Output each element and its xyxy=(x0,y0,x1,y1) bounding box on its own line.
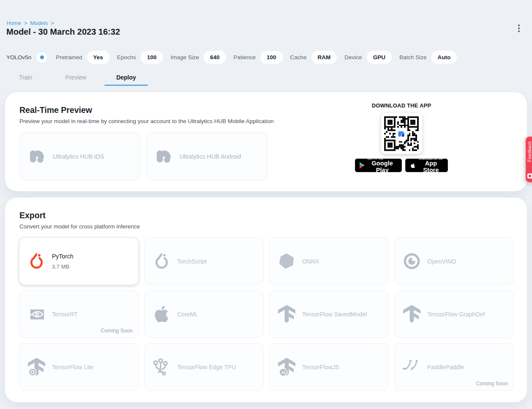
edgetpu-icon xyxy=(152,357,172,377)
export-format-openvino[interactable]: OpenVINO xyxy=(394,237,514,285)
param-label: Epochs xyxy=(117,54,136,60)
export-format-paddlepaddle: PaddlePaddleComing Soon xyxy=(394,343,514,391)
kebab-menu-icon[interactable] xyxy=(514,22,524,34)
param-value-pill: RAM xyxy=(311,51,337,64)
tabs: TrainPreviewDeploy xyxy=(4,70,148,86)
ultralytics-logo-icon xyxy=(396,128,407,139)
breadcrumb-separator: > xyxy=(24,20,27,26)
google-play-badge[interactable]: GET IT ON Google Play xyxy=(355,159,402,172)
tflite-icon xyxy=(27,357,46,377)
apple-icon xyxy=(410,162,416,169)
export-format-text: CoreML xyxy=(177,311,198,318)
export-format-name: OpenVINO xyxy=(427,258,456,265)
breadcrumb-home-link[interactable]: Home xyxy=(6,20,21,26)
export-format-name: TensorFlow Lite xyxy=(52,364,93,371)
param-label: Batch Size xyxy=(399,54,427,60)
ultralytics-logo-icon xyxy=(27,146,47,167)
model-name: YOLOv5n xyxy=(6,54,31,60)
export-format-name: PaddlePaddle xyxy=(427,364,464,371)
model-selected-radio-icon xyxy=(35,51,48,64)
deploy-page: Home > Models > Model - 30 March 2023 16… xyxy=(0,0,532,409)
export-format-name: TensorFlowJS xyxy=(302,364,339,371)
export-title: Export xyxy=(19,211,140,220)
badge-line2: App Store xyxy=(419,160,443,173)
export-format-name: TensorFlow Edge TPU xyxy=(177,364,236,371)
export-format-name: ONNX xyxy=(302,258,319,265)
param-label: Pretrained xyxy=(56,54,82,60)
export-format-tensorflow-edge-tpu[interactable]: TensorFlow Edge TPU xyxy=(144,343,264,391)
param-label: Device xyxy=(344,54,362,60)
export-format-text: TensorFlow Edge TPU xyxy=(177,364,236,371)
apple-icon xyxy=(152,304,172,324)
app-button-ultralytics-hub-ios[interactable]: Ultralytics HUB iOS xyxy=(19,132,141,180)
export-subtitle: Convert your model for cross platform in… xyxy=(19,223,140,230)
tab-preview[interactable]: Preview xyxy=(54,70,98,86)
config-param-patience: Patience100 xyxy=(234,51,283,64)
export-grid: PyTorch3.7 MBTorchScriptONNXOpenVINOTens… xyxy=(19,237,514,391)
export-format-text: OpenVINO xyxy=(427,258,456,265)
export-format-text: TensorFlow SavedModel xyxy=(302,311,367,318)
app-button-label: Ultralytics HUB Android xyxy=(180,153,241,160)
export-format-name: CoreML xyxy=(177,311,198,318)
param-label: Image Size xyxy=(170,54,199,60)
badge-line2: Google Play xyxy=(368,160,397,173)
export-format-name: TensorFlow GraphDef xyxy=(427,311,485,318)
download-the-app: DOWNLOAD THE APP GET IT ON Google Play xyxy=(355,102,448,172)
export-format-torchscript[interactable]: TorchScript xyxy=(144,237,264,285)
export-format-text: PaddlePaddle xyxy=(427,364,464,371)
paddle-icon xyxy=(402,357,422,377)
app-button-ultralytics-hub-android[interactable]: Ultralytics HUB Android xyxy=(146,132,267,180)
config-param-pretrained: PretrainedYes xyxy=(56,51,109,64)
export-format-tensorflow-savedmodel[interactable]: TensorFlow SavedModel xyxy=(269,290,389,338)
export-format-text: TorchScript xyxy=(177,258,207,265)
export-format-text: TensorFlow GraphDef xyxy=(427,311,485,318)
ultralytics-logo-icon xyxy=(154,146,174,167)
onnx-icon xyxy=(277,251,297,271)
export-format-name: TorchScript xyxy=(177,258,207,265)
download-heading: DOWNLOAD THE APP xyxy=(355,102,448,109)
feedback-tab[interactable]: Feedback xyxy=(525,136,532,183)
param-value-pill: 100 xyxy=(141,51,163,64)
tensorflow-icon xyxy=(402,304,422,324)
export-format-pytorch[interactable]: PyTorch3.7 MB xyxy=(19,237,139,285)
param-value-pill: Yes xyxy=(87,51,109,64)
export-format-tensorflowjs[interactable]: JSTensorFlowJS xyxy=(269,343,389,391)
tab-train[interactable]: Train xyxy=(4,70,47,86)
export-format-text: ONNX xyxy=(302,258,319,265)
param-value-pill: Auto xyxy=(431,51,457,64)
config-param-device: DeviceGPU xyxy=(344,51,392,64)
export-format-name: TensorFlow SavedModel xyxy=(302,311,367,318)
param-value-pill: 640 xyxy=(204,51,226,64)
config-param-batch-size: Batch SizeAuto xyxy=(399,51,457,64)
google-play-icon xyxy=(360,162,365,169)
export-format-coreml[interactable]: CoreML xyxy=(144,290,264,338)
config-param-image-size: Image Size640 xyxy=(170,51,226,64)
tfjs-icon: JS xyxy=(277,357,297,377)
export-format-text: TensorFlow Lite xyxy=(52,364,93,371)
app-store-badge[interactable]: Download on the App Store xyxy=(405,159,448,172)
realtime-subtitle: Preview your model in real-time by conne… xyxy=(19,118,274,124)
export-format-tensorflow-graphdef[interactable]: TensorFlow GraphDef xyxy=(394,290,514,338)
param-label: Cache xyxy=(290,54,307,60)
nvidia-icon xyxy=(27,304,46,324)
export-card: Export Convert your model for cross plat… xyxy=(5,198,527,402)
param-label: Patience xyxy=(234,54,256,60)
app-button-label: Ultralytics HUB iOS xyxy=(53,153,104,160)
qr-code xyxy=(381,113,422,154)
breadcrumb-models-link[interactable]: Models xyxy=(30,20,48,26)
tensorflow-icon xyxy=(277,304,297,324)
export-format-tensorflow-lite[interactable]: TensorFlow Lite xyxy=(19,343,139,391)
coming-soon-badge: Coming Soon xyxy=(476,381,508,387)
tab-deploy[interactable]: Deploy xyxy=(104,70,148,86)
export-format-tensorrt: TensorRTComing Soon xyxy=(19,290,139,338)
realtime-title: Real-Time Preview xyxy=(19,105,274,115)
app-buttons: Ultralytics HUB iOSUltralytics HUB Andro… xyxy=(19,132,274,180)
export-format-onnx[interactable]: ONNX xyxy=(269,237,389,285)
pytorch-icon xyxy=(27,251,46,271)
config-param-epochs: Epochs100 xyxy=(117,51,163,64)
config-param-cache: CacheRAM xyxy=(290,51,337,64)
param-value-pill: 100 xyxy=(260,51,283,64)
realtime-preview-card: Real-Time Preview Preview your model in … xyxy=(5,92,527,191)
coming-soon-badge: Coming Soon xyxy=(101,328,133,334)
export-format-text: TensorRT xyxy=(52,311,77,318)
